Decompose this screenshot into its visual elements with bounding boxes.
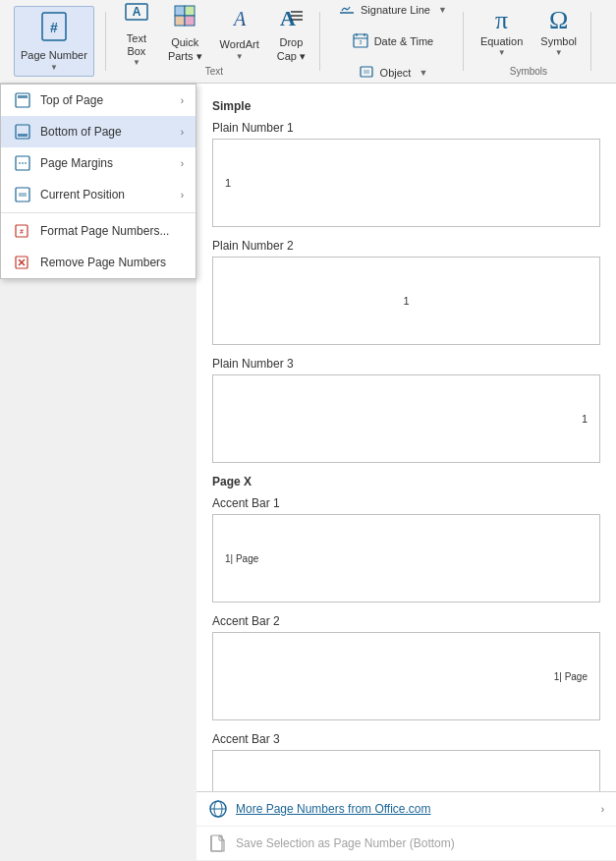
page-number-icon: # — [38, 11, 70, 47]
page-number-button[interactable]: # Page Number ▼ — [14, 6, 94, 77]
svg-text:#: # — [20, 228, 24, 235]
menu-divider-1 — [1, 212, 196, 213]
plain-number-3-value: 1 — [582, 413, 588, 425]
accent-bar-1-preview[interactable]: 1| Page — [212, 514, 600, 603]
doc-icon — [208, 833, 228, 853]
accent-bar-2-preview[interactable]: 1| Page — [212, 632, 600, 720]
object-dropdown-arrow: ▼ — [419, 68, 427, 78]
drop-cap-button[interactable]: A DropCap ▾ — [270, 0, 312, 68]
format-page-numbers-item[interactable]: # Format Page Numbers... — [1, 215, 196, 247]
page-number-dropdown: Top of Page › Bottom of Page › Page Marg… — [0, 84, 196, 279]
format-page-numbers-label: Format Page Numbers... — [40, 224, 184, 238]
plain-number-1-preview[interactable]: 1 — [212, 139, 600, 227]
object-icon — [359, 64, 374, 83]
sig-dropdown-arrow: ▼ — [438, 5, 447, 15]
top-of-page-chevron: › — [181, 95, 184, 106]
svg-rect-6 — [175, 16, 185, 26]
save-selection-label: Save Selection as Page Number (Bottom) — [236, 836, 455, 850]
quick-parts-button[interactable]: QuickParts ▾ — [161, 0, 209, 68]
symbols-group: π Equation ▼ Ω Symbol ▼ Symbols — [466, 4, 591, 79]
ribbon: # Page Number ▼ A TextBox ▼ — [0, 0, 616, 84]
accent-bar-1-value: 1| Page — [225, 553, 258, 564]
symbol-button[interactable]: Ω Symbol ▼ — [533, 0, 584, 68]
top-of-page-label: Top of Page — [40, 93, 173, 107]
svg-rect-5 — [185, 6, 195, 16]
svg-text:A: A — [133, 5, 141, 19]
object-button[interactable]: Object ▼ — [350, 60, 437, 86]
svg-rect-4 — [175, 6, 185, 16]
page-margins-item[interactable]: Page Margins › — [1, 147, 196, 179]
wordart-label: WordArt — [220, 38, 259, 51]
current-position-label: Current Position — [40, 188, 173, 201]
current-position-item[interactable]: Current Position › — [1, 179, 196, 210]
object-label: Object — [380, 67, 412, 79]
text-box-button[interactable]: A TextBox ▼ — [116, 0, 157, 68]
page-margins-label: Page Margins — [40, 156, 173, 170]
svg-rect-7 — [185, 16, 195, 26]
accent-bar-1-label: Accent Bar 1 — [212, 496, 600, 510]
page-number-dropdown-arrow: ▼ — [50, 63, 58, 72]
plain-number-2-value: 1 — [403, 295, 409, 307]
date-time-button[interactable]: 3 Date & Time — [344, 29, 443, 55]
plain-number-1-label: Plain Number 1 — [212, 121, 600, 135]
equation-arrow: ▼ — [498, 48, 506, 57]
equation-button[interactable]: π Equation ▼ — [474, 0, 530, 68]
more-page-numbers-label: More Page Numbers from Office.com — [236, 802, 431, 816]
text-group-label: Text — [108, 66, 320, 77]
globe-icon — [208, 799, 228, 819]
accent-bar-3-label: Accent Bar 3 — [212, 732, 600, 746]
date-time-icon: 3 — [353, 32, 368, 51]
top-of-page-icon — [13, 90, 32, 110]
remove-page-numbers-item[interactable]: Remove Page Numbers — [1, 247, 196, 278]
page-x-section-title: Page X — [212, 475, 600, 488]
text-group: A TextBox ▼ QuickParts ▾ A — [108, 4, 320, 79]
plain-number-2-label: Plain Number 2 — [212, 239, 600, 253]
accent-bar-2-label: Accent Bar 2 — [212, 614, 600, 628]
scroll-panel: Simple Plain Number 1 1 Plain Number 2 1… — [196, 84, 616, 861]
date-time-label: Date & Time — [374, 35, 434, 47]
save-selection-item: Save Selection as Page Number (Bottom) — [196, 827, 616, 861]
plain-number-3-label: Plain Number 3 — [212, 357, 600, 371]
page-number-group: # Page Number ▼ — [6, 4, 106, 79]
text-box-icon: A — [123, 0, 150, 30]
more-page-numbers-chevron: › — [601, 804, 604, 815]
bottom-of-page-icon — [13, 122, 32, 142]
bottom-of-page-label: Bottom of Page — [40, 125, 173, 139]
svg-rect-28 — [19, 193, 27, 197]
remove-icon — [13, 253, 32, 272]
bottom-of-page-item[interactable]: Bottom of Page › — [1, 116, 196, 147]
symbol-arrow: ▼ — [555, 48, 563, 57]
current-position-icon — [13, 185, 32, 204]
plain-number-1-value: 1 — [225, 177, 231, 189]
wordart-icon: A — [226, 4, 253, 36]
drop-cap-label: DropCap ▾ — [277, 36, 306, 62]
equation-icon: π — [495, 8, 508, 33]
bottom-bar: More Page Numbers from Office.com › Save… — [196, 791, 616, 861]
text-box-label: TextBox — [127, 32, 146, 58]
bottom-of-page-chevron: › — [181, 127, 184, 138]
svg-text:A: A — [280, 6, 296, 29]
drop-cap-icon: A — [277, 2, 305, 34]
signature-line-button[interactable]: Signature Line ▼ — [330, 0, 456, 24]
top-of-page-item[interactable]: Top of Page › — [1, 85, 196, 116]
accent-bar-2-value: 1| Page — [554, 671, 588, 682]
page-margins-icon — [13, 153, 32, 173]
equation-label: Equation — [480, 35, 523, 48]
wordart-arrow: ▼ — [236, 52, 244, 61]
svg-rect-20 — [364, 70, 369, 74]
more-page-numbers-item[interactable]: More Page Numbers from Office.com › — [196, 792, 616, 827]
format-icon: # — [13, 221, 32, 241]
symbol-label: Symbol — [540, 35, 577, 48]
plain-number-2-preview[interactable]: 1 — [212, 257, 600, 345]
svg-text:A: A — [232, 8, 247, 29]
svg-text:3: 3 — [359, 39, 362, 45]
quick-parts-icon — [171, 2, 198, 34]
signature-icon — [339, 1, 355, 20]
symbol-icon: Ω — [549, 8, 568, 33]
svg-rect-24 — [18, 134, 28, 137]
wordart-button[interactable]: A WordArt ▼ — [213, 0, 266, 68]
page-margins-chevron: › — [181, 158, 184, 169]
panel-inner[interactable]: Simple Plain Number 1 1 Plain Number 2 1… — [196, 84, 616, 861]
simple-section-title: Simple — [212, 99, 600, 113]
plain-number-3-preview[interactable]: 1 — [212, 374, 600, 463]
